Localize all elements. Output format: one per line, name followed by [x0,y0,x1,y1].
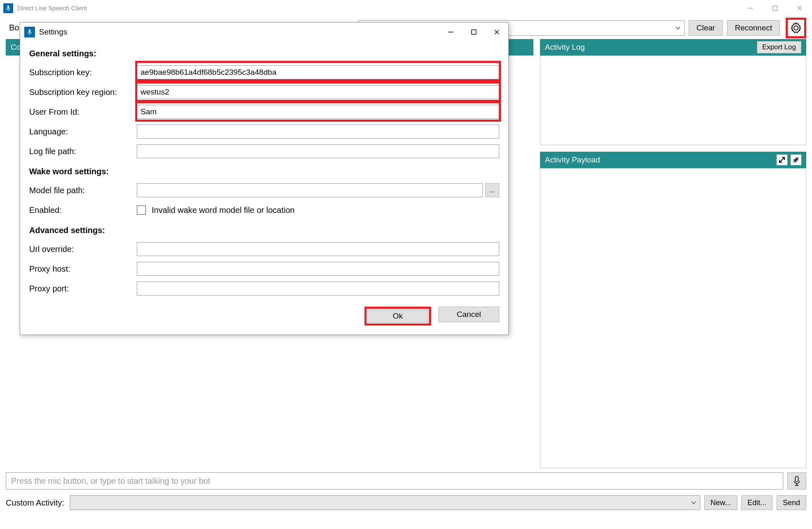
proxy-port-label: Proxy port: [29,284,137,293]
right-column: Activity Log Export Log Activity Payload [540,39,806,468]
maximize-button[interactable] [763,0,787,16]
custom-activity-label: Custom Activity: [6,498,64,508]
settings-dialog-buttons: Ok Cancel [29,307,499,326]
cancel-button[interactable]: Cancel [438,307,499,322]
expand-icon[interactable] [777,155,787,165]
ok-highlight: Ok [364,307,431,326]
settings-dialog: Settings General settings: Subscription … [20,22,509,335]
message-row: Press the mic button, or type to start t… [6,472,806,490]
region-label: Subscription key region: [29,88,137,97]
bottom-bar: Press the mic button, or type to start t… [0,468,812,514]
gear-icon [790,22,802,34]
bot-label-partial: Bo [9,23,19,32]
conversation-title-partial: Co [11,43,21,52]
language-row: Language: [29,122,499,141]
send-activity-button[interactable]: Send [777,495,806,510]
browse-model-button[interactable]: ... [485,183,499,197]
subscription-key-row: Subscription key: ae9bae98b61a4df68b5c23… [29,62,499,82]
proxy-port-input[interactable] [137,282,499,296]
subscription-key-label: Subscription key: [29,68,137,77]
main-window-controls [738,0,812,16]
settings-minimize-button[interactable] [439,23,462,42]
export-log-button[interactable]: Export Log [757,41,801,53]
collapse-icon[interactable] [791,155,801,165]
user-from-id-input[interactable]: Sam [137,105,499,119]
language-label: Language: [29,127,137,136]
proxy-host-input[interactable] [137,262,499,276]
clear-button[interactable]: Clear [689,20,723,36]
chevron-down-icon [675,25,681,31]
ok-button[interactable]: Ok [367,310,428,323]
svg-rect-14 [472,30,476,35]
activity-payload-panel: Activity Payload [540,152,806,468]
advanced-settings-heading: Advanced settings: [29,226,499,235]
wake-enabled-checkbox[interactable] [137,206,146,215]
main-titlebar: Direct Line Speech Client [0,0,812,16]
settings-body: General settings: Subscription key: ae9b… [20,42,508,335]
url-override-row: Url override: [29,239,499,259]
message-input[interactable]: Press the mic button, or type to start t… [6,472,783,490]
svg-rect-8 [795,476,798,482]
url-override-label: Url override: [29,245,137,254]
activity-log-panel: Activity Log Export Log [540,39,806,145]
proxy-host-row: Proxy host: [29,259,499,279]
activity-payload-header: Activity Payload [540,152,806,168]
chevron-down-icon [691,500,697,506]
settings-window-controls [439,23,508,42]
svg-rect-3 [773,6,777,10]
settings-maximize-button[interactable] [462,23,485,42]
wake-word-heading: Wake word settings: [29,167,499,176]
reconnect-button[interactable]: Reconnect [727,20,780,36]
minimize-button[interactable] [738,0,763,16]
user-from-id-row: User From Id: Sam [29,102,499,122]
svg-line-6 [780,157,784,162]
activity-log-body [540,55,806,145]
user-from-id-label: User From Id: [29,107,137,117]
subscription-key-input[interactable]: ae9bae98b61a4df68b5c2395c3a48dba [137,65,499,79]
region-row: Subscription key region: westus2 [29,82,499,102]
model-path-label: Model file path: [29,186,137,195]
wake-enabled-text: Invalid wake word model file or location [152,206,295,215]
app-title: Direct Line Speech Client [17,5,87,12]
settings-close-button[interactable] [485,23,508,42]
activity-payload-title: Activity Payload [545,155,600,164]
app-icon [3,3,13,13]
svg-rect-0 [7,5,9,9]
model-path-input[interactable] [137,183,483,197]
custom-activity-combo[interactable] [70,495,700,510]
activity-log-title: Activity Log [545,43,585,52]
settings-title: Settings [39,28,67,37]
proxy-port-row: Proxy port: [29,279,499,298]
new-activity-button[interactable]: New... [704,495,737,510]
app-icon [24,27,35,37]
region-input[interactable]: westus2 [137,85,499,99]
mic-icon [792,476,801,486]
language-input[interactable] [137,125,499,139]
general-settings-heading: General settings: [29,49,499,58]
edit-activity-button[interactable]: Edit... [741,495,773,510]
settings-button[interactable] [786,18,806,38]
close-button[interactable] [787,0,812,16]
model-path-row: Model file path: ... [29,180,499,200]
log-file-input[interactable] [137,144,499,158]
activity-log-header: Activity Log Export Log [540,39,806,55]
url-override-input[interactable] [137,242,499,256]
activity-payload-body [540,168,806,468]
svg-rect-11 [29,29,30,32]
log-file-row: Log file path: [29,141,499,161]
settings-titlebar: Settings [20,23,508,42]
wake-enabled-row: Enabled: Invalid wake word model file or… [29,200,499,220]
custom-activity-row: Custom Activity: New... Edit... Send [6,495,806,510]
wake-enabled-label: Enabled: [29,206,137,215]
log-file-label: Log file path: [29,147,137,156]
mic-button[interactable] [787,472,806,490]
proxy-host-label: Proxy host: [29,264,137,274]
